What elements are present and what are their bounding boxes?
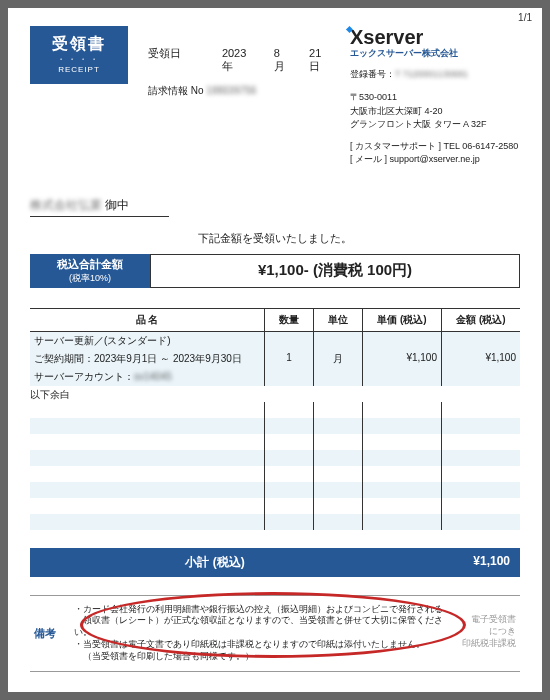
table-row: サーバーアカウント：sv14045 [30,368,520,386]
col-unit-header: 単位 [313,309,362,331]
bill-number-label: 請求情報 No [148,85,204,96]
date-month: 8月 [274,47,289,74]
subtotal-label: 小計 (税込) [30,548,400,577]
table-row: サーバー更新／(スタンダード) [30,332,520,350]
notes-section: 備考 ・カード会社発行の利用明細書や銀行振込の控え（振込明細）およびコンビニで発… [30,595,520,672]
subtotal-value: ¥1,100 [400,548,520,577]
table-row [30,466,520,482]
receipt-message: 下記金額を受領いたしました。 [30,231,520,246]
date-day: 21日 [309,47,330,74]
col-price-header: 単価 (税込) [362,309,441,331]
bill-number: 請求情報 No 188039756 [148,84,330,98]
page-number: 1/1 [518,12,532,23]
col-name-header: 品 名 [30,309,264,331]
table-row [30,498,520,514]
receipt-date: 受領日 2023年 8月 21日 [148,46,330,74]
receipt-title-jp: 受領書 [44,34,114,55]
total-label: 税込合計金額 [30,257,150,272]
date-label: 受領日 [148,46,202,61]
addressee: 株式会社弘業 御中 [30,197,169,217]
bill-number-value: 188039756 [206,85,256,96]
table-header: 品 名 数量 単位 単価 (税込) 金額 (税込) [30,308,520,332]
receipt-tag: 受領書 ・・・・ RECEIPT [30,26,128,84]
items-table: 品 名 数量 単位 単価 (税込) 金額 (税込) サーバー更新／(スタンダード… [30,308,520,530]
subtotal-row: 小計 (税込) ¥1,100 [30,548,520,577]
table-row [30,514,520,530]
table-row [30,434,520,450]
total-tax-rate: (税率10%) [30,272,150,285]
total-amount: ¥1,100- (消費税 100円) [150,254,520,288]
table-row [30,450,520,466]
stamp-exemption: 電子受領書 につき 印紙税非課税 [456,604,516,663]
date-year: 2023年 [222,47,254,74]
notes-text: ・カード会社発行の利用明細書や銀行振込の控え（振込明細）およびコンビニで発行され… [74,604,456,663]
notes-label: 備考 [34,604,74,663]
company-address: 〒530-0011 大阪市北区大深町 4-20 グランフロント大阪 タワー A … [350,91,520,132]
table-row [30,402,520,418]
table-row [30,482,520,498]
col-amount-header: 金額 (税込) [441,309,520,331]
divider-dots: ・・・・ [44,57,114,63]
table-row [30,418,520,434]
registration-number: 登録番号：T 7120001130681 [350,68,520,81]
company-block: Xserver エックスサーバー株式会社 登録番号：T 712000113068… [350,26,520,167]
company-contact: [ カスタマーサポート ] TEL 06-6147-2580 [ メール ] s… [350,140,520,167]
receipt-title-en: RECEIPT [44,65,114,74]
company-name: エックスサーバー株式会社 [350,47,520,60]
col-qty-header: 数量 [264,309,313,331]
below-blank: 以下余白 [30,388,520,402]
table-row: ご契約期間：2023年9月1日 ～ 2023年9月30日 1 月 ¥1,100 … [30,350,520,368]
company-logo: Xserver [350,26,520,49]
total-box: 税込合計金額 (税率10%) ¥1,100- (消費税 100円) [30,254,520,288]
